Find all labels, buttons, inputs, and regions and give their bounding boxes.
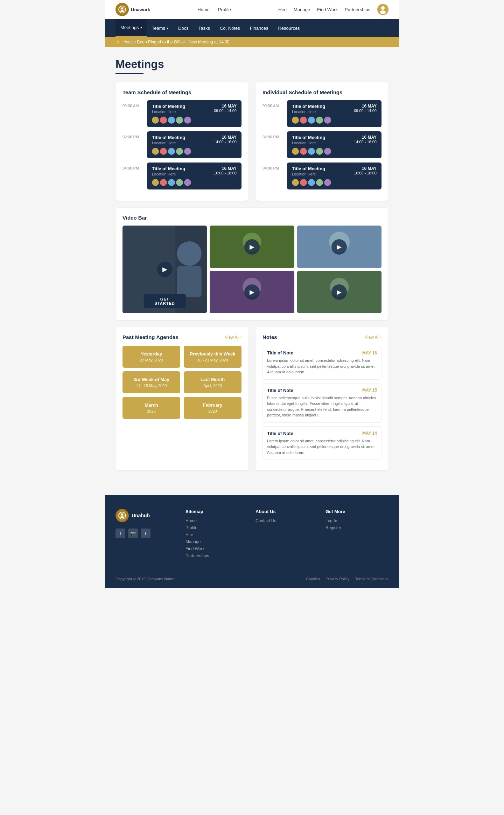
avatar [300,117,307,124]
sec-nav-resources[interactable]: Resources [273,20,304,36]
nav-profile[interactable]: Profile [218,7,231,12]
meeting-date: 16 MAY [214,166,237,171]
footer-link-partnerships[interactable]: Partnerships [186,553,248,558]
footer-link-home[interactable]: Home [186,518,248,523]
avatar [316,117,323,124]
get-started-button[interactable]: GET STARTED [144,294,186,308]
footer-privacy-link[interactable]: Privacy Policy [326,577,349,581]
twitter-icon[interactable]: t [141,529,150,538]
meeting-time-range: 09:00 - 14:00 [214,109,237,113]
agenda-item-february[interactable]: February 2020 [184,397,241,419]
sec-nav-meetings[interactable]: Meetings ▾ [115,19,147,37]
meeting-block[interactable]: Title of Meeting Location Here 16 MAY 09… [147,100,241,127]
meeting-block[interactable]: Title of Meeting Location Here 16 MAY 14… [147,131,241,158]
notes-view-all[interactable]: View All › [365,335,382,340]
avatar [324,148,331,155]
note-title: Title of Note [267,350,293,355]
note-text: Fusce pellentesque nulla in nisi blandit… [267,395,377,418]
footer-brand-name: Unahub [132,513,150,518]
avatar [184,179,191,186]
meeting-block[interactable]: Title of Meeting Location Here 16 MAY 16… [147,163,241,189]
copyright-text: Copyright © 2019 Company Name [115,577,174,581]
footer-link-register[interactable]: Register [326,525,388,530]
avatar [168,179,175,186]
svg-point-1 [121,7,123,9]
alert-text: You've Been Pinged to the Office - New M… [124,40,230,44]
agenda-sub: 11 - 15 May, 2020 [126,384,177,388]
agenda-item-prev-week[interactable]: Previously this Week 18 - 21 May, 2020 [184,346,241,368]
nav-findwork[interactable]: Find Work [317,7,338,12]
nav-manage[interactable]: Manage [294,7,310,12]
nav-partnerships[interactable]: Partnerships [345,7,370,12]
meeting-title: Title of Meeting [292,104,325,109]
note-date: MAY 14 [362,431,377,436]
footer-about: About Us Contact Us [255,509,318,560]
sec-nav-teams[interactable]: Teams ▾ [147,20,173,36]
notes-heading: Notes [262,334,277,340]
video-bar-heading: Video Bar [122,215,382,221]
footer-link-findwork[interactable]: Find Work [186,546,248,551]
avatar [176,117,183,124]
footer-link-contact[interactable]: Contact Us [255,518,318,523]
note-item-1[interactable]: Title of Note MAY 16 Lorem ipsum dolor s… [262,346,382,380]
meeting-avatars [152,117,237,124]
sec-nav-conotes[interactable]: Co. Notes [215,20,245,36]
agenda-title: March [126,402,177,408]
agenda-item-march[interactable]: March 2020 [122,397,180,419]
video-item-large[interactable]: ▶ GET STARTED [122,226,207,313]
agenda-sub: April, 2020 [187,384,238,388]
note-item-2[interactable]: Title of Note MAY 15 Fusce pellentesque … [262,383,382,423]
video-item-5[interactable]: ▶ [297,271,382,313]
play-button[interactable]: ▶ [157,262,173,277]
chevron-icon: ▾ [167,26,168,30]
nav-hire[interactable]: Hire [278,7,287,12]
meeting-block[interactable]: Title of Meeting Location Here 16 MAY 14… [287,131,382,158]
avatar [316,179,323,186]
avatar [292,148,299,155]
avatar [324,117,331,124]
play-button[interactable]: ▶ [244,239,260,255]
footer-social: f 📷 t [115,529,178,538]
sec-nav-docs[interactable]: Docs [173,20,194,36]
facebook-icon[interactable]: f [115,529,125,538]
svg-point-2 [120,10,124,12]
sec-nav-finances[interactable]: Finances [245,20,273,36]
user-avatar[interactable] [377,4,388,15]
meeting-location: Location Here [292,172,325,176]
meeting-date: 16 MAY [214,104,237,109]
note-item-3[interactable]: Title of Note MAY 14 Lorem ipsum dolor s… [262,426,382,460]
sec-nav-tasks[interactable]: Tasks [194,20,215,36]
nav-home[interactable]: Home [197,7,210,12]
agenda-item-last-month[interactable]: Last Month April, 2020 [184,371,241,393]
getmore-heading: Get More [326,509,388,514]
instagram-icon[interactable]: 📷 [128,529,138,538]
footer-link-manage[interactable]: Manage [186,539,248,544]
footer-top: Unahub f 📷 t Sitemap Home Profile Hire M… [115,509,388,560]
footer-link-login[interactable]: Log In [326,518,388,523]
notes-card: Notes View All › Title of Note MAY 16 Lo… [255,327,388,470]
avatar [152,148,159,155]
page-content: Meetings Team Schedule of Meetings 09:00… [105,47,399,481]
meeting-title: Title of Meeting [292,135,325,140]
play-button[interactable]: ▶ [331,239,347,255]
meeting-block[interactable]: Title of Meeting Location Here 16 MAY 09… [287,100,382,127]
avatar [316,148,323,155]
footer-link-hire[interactable]: Hire [186,532,248,537]
footer-link-profile[interactable]: Profile [186,525,248,530]
avatar [308,179,315,186]
team-meeting-row-1: 09:00 AM Title of Meeting Location Here … [122,100,241,127]
play-button[interactable]: ▶ [331,284,347,300]
agenda-item-yesterday[interactable]: Yesterday 22 May, 2020 [122,346,180,368]
footer-cookies-link[interactable]: Cookies [306,577,320,581]
team-meeting-row-3: 04:00 PM Title of Meeting Location Here … [122,163,241,189]
footer-terms-link[interactable]: Terms & Conditions [355,577,388,581]
video-item-3[interactable]: ▶ [297,226,382,268]
video-item-2[interactable]: ▶ [210,226,294,268]
time-label: 02:00 PM [122,131,144,139]
bottom-grid: Past Meeting Agendas View All › Yesterda… [115,327,388,470]
past-agendas-view-all[interactable]: View All › [225,335,241,340]
video-item-4[interactable]: ▶ [210,271,294,313]
play-button[interactable]: ▶ [244,284,260,300]
meeting-block[interactable]: Title of Meeting Location Here 16 MAY 16… [287,163,382,189]
agenda-item-3rd-week[interactable]: 3rd Week of May 11 - 15 May, 2020 [122,371,180,393]
